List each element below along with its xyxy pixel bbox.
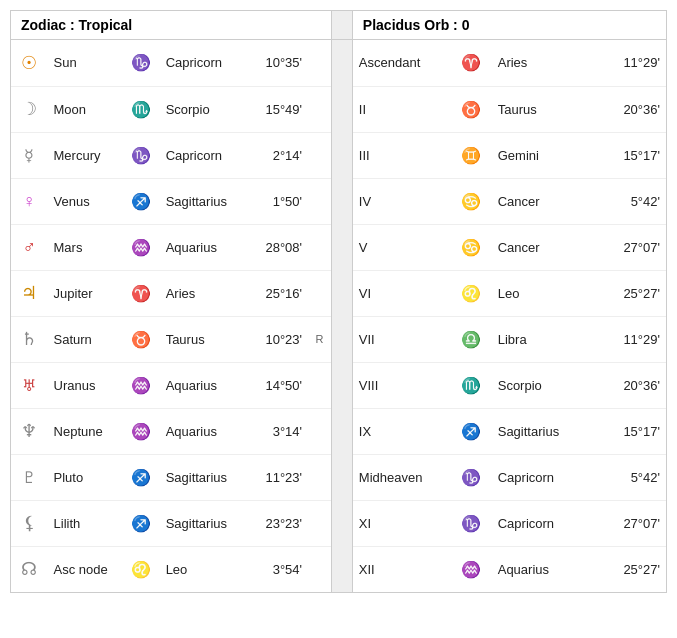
house-degree-10: 27°07' (601, 500, 666, 546)
planet-retrograde-11 (308, 546, 331, 592)
house-row: V ♋ Cancer 27°07' (353, 224, 666, 270)
planet-name-5: Jupiter (48, 270, 124, 316)
house-row: IV ♋ Cancer 5°42' (353, 178, 666, 224)
house-sign-11: Aquarius (492, 546, 602, 592)
house-sign-symbol-10: ♑ (450, 500, 491, 546)
planet-symbol-2: ☿ (11, 132, 48, 178)
planet-name-1: Moon (48, 86, 124, 132)
planet-sign-0: Capricorn (160, 40, 251, 86)
house-degree-0: 11°29' (601, 40, 666, 86)
house-sign-4: Cancer (492, 224, 602, 270)
planet-row: ☽ Moon ♏ Scorpio 15°49' (11, 86, 331, 132)
planet-row: ☊ Asc node ♌ Leo 3°54' (11, 546, 331, 592)
house-sign-9: Capricorn (492, 454, 602, 500)
planets-panel: ☉ Sun ♑ Capricorn 10°35' ☽ Moon ♏ Scorpi… (11, 40, 332, 593)
planet-row: ♄ Saturn ♉ Taurus 10°23' R (11, 316, 331, 362)
planet-sign-symbol-5: ♈ (123, 270, 160, 316)
planet-symbol-11: ☊ (11, 546, 48, 592)
planet-retrograde-7 (308, 362, 331, 408)
house-degree-6: 11°29' (601, 316, 666, 362)
planet-sign-3: Sagittarius (160, 178, 251, 224)
house-name-4: V (353, 224, 451, 270)
planet-name-3: Venus (48, 178, 124, 224)
house-row: Midheaven ♑ Capricorn 5°42' (353, 454, 666, 500)
main-table: Zodiac : Tropical Placidus Orb : 0 ☉ Sun… (10, 10, 667, 593)
header-right: Placidus Orb : 0 (352, 11, 666, 40)
house-sign-5: Leo (492, 270, 602, 316)
planet-row: ♃ Jupiter ♈ Aries 25°16' (11, 270, 331, 316)
planet-retrograde-3 (308, 178, 331, 224)
planet-degree-7: 14°50' (251, 362, 308, 408)
planet-symbol-3: ♀ (11, 178, 48, 224)
content-row: ☉ Sun ♑ Capricorn 10°35' ☽ Moon ♏ Scorpi… (11, 40, 667, 593)
planet-sign-5: Aries (160, 270, 251, 316)
house-row: VI ♌ Leo 25°27' (353, 270, 666, 316)
planet-name-0: Sun (48, 40, 124, 86)
planet-sign-symbol-4: ♒ (123, 224, 160, 270)
planet-retrograde-5 (308, 270, 331, 316)
house-row: Ascendant ♈ Aries 11°29' (353, 40, 666, 86)
house-row: VII ♎ Libra 11°29' (353, 316, 666, 362)
planet-sign-1: Scorpio (160, 86, 251, 132)
house-row: IX ♐ Sagittarius 15°17' (353, 408, 666, 454)
house-sign-1: Taurus (492, 86, 602, 132)
house-row: XII ♒ Aquarius 25°27' (353, 546, 666, 592)
planet-degree-1: 15°49' (251, 86, 308, 132)
house-sign-symbol-11: ♒ (450, 546, 491, 592)
planet-retrograde-8 (308, 408, 331, 454)
planet-symbol-4: ♂ (11, 224, 48, 270)
house-sign-symbol-1: ♉ (450, 86, 491, 132)
planet-symbol-10: ⚸ (11, 500, 48, 546)
planet-sign-symbol-6: ♉ (123, 316, 160, 362)
house-degree-5: 25°27' (601, 270, 666, 316)
planet-name-11: Asc node (48, 546, 124, 592)
planet-sign-symbol-0: ♑ (123, 40, 160, 86)
planet-degree-8: 3°14' (251, 408, 308, 454)
planet-name-6: Saturn (48, 316, 124, 362)
planet-sign-8: Aquarius (160, 408, 251, 454)
planet-symbol-6: ♄ (11, 316, 48, 362)
planet-sign-symbol-7: ♒ (123, 362, 160, 408)
planet-symbol-0: ☉ (11, 40, 48, 86)
planet-degree-5: 25°16' (251, 270, 308, 316)
planet-name-2: Mercury (48, 132, 124, 178)
house-sign-3: Cancer (492, 178, 602, 224)
house-name-9: Midheaven (353, 454, 451, 500)
planet-retrograde-10 (308, 500, 331, 546)
house-sign-2: Gemini (492, 132, 602, 178)
planet-retrograde-6: R (308, 316, 331, 362)
house-sign-symbol-5: ♌ (450, 270, 491, 316)
house-row: II ♉ Taurus 20°36' (353, 86, 666, 132)
planet-row: ♀ Venus ♐ Sagittarius 1°50' (11, 178, 331, 224)
planet-degree-3: 1°50' (251, 178, 308, 224)
planet-sign-9: Sagittarius (160, 454, 251, 500)
planet-sign-symbol-8: ♒ (123, 408, 160, 454)
planet-sign-symbol-3: ♐ (123, 178, 160, 224)
planet-row: ⚸ Lilith ♐ Sagittarius 23°23' (11, 500, 331, 546)
planet-degree-2: 2°14' (251, 132, 308, 178)
planet-name-10: Lilith (48, 500, 124, 546)
planet-sign-symbol-9: ♐ (123, 454, 160, 500)
house-row: VIII ♏ Scorpio 20°36' (353, 362, 666, 408)
house-sign-symbol-6: ♎ (450, 316, 491, 362)
house-name-0: Ascendant (353, 40, 451, 86)
planet-symbol-1: ☽ (11, 86, 48, 132)
planet-retrograde-4 (308, 224, 331, 270)
house-sign-symbol-4: ♋ (450, 224, 491, 270)
planet-symbol-7: ♅ (11, 362, 48, 408)
house-sign-symbol-2: ♊ (450, 132, 491, 178)
planet-degree-10: 23°23' (251, 500, 308, 546)
house-name-10: XI (353, 500, 451, 546)
planet-row: ♅ Uranus ♒ Aquarius 14°50' (11, 362, 331, 408)
house-sign-0: Aries (492, 40, 602, 86)
planet-row: ♂ Mars ♒ Aquarius 28°08' (11, 224, 331, 270)
house-sign-10: Capricorn (492, 500, 602, 546)
house-name-3: IV (353, 178, 451, 224)
planet-sign-7: Aquarius (160, 362, 251, 408)
house-row: III ♊ Gemini 15°17' (353, 132, 666, 178)
house-degree-2: 15°17' (601, 132, 666, 178)
house-sign-symbol-0: ♈ (450, 40, 491, 86)
planet-name-9: Pluto (48, 454, 124, 500)
planet-sign-6: Taurus (160, 316, 251, 362)
placidus-header: Placidus Orb : 0 (363, 17, 470, 33)
